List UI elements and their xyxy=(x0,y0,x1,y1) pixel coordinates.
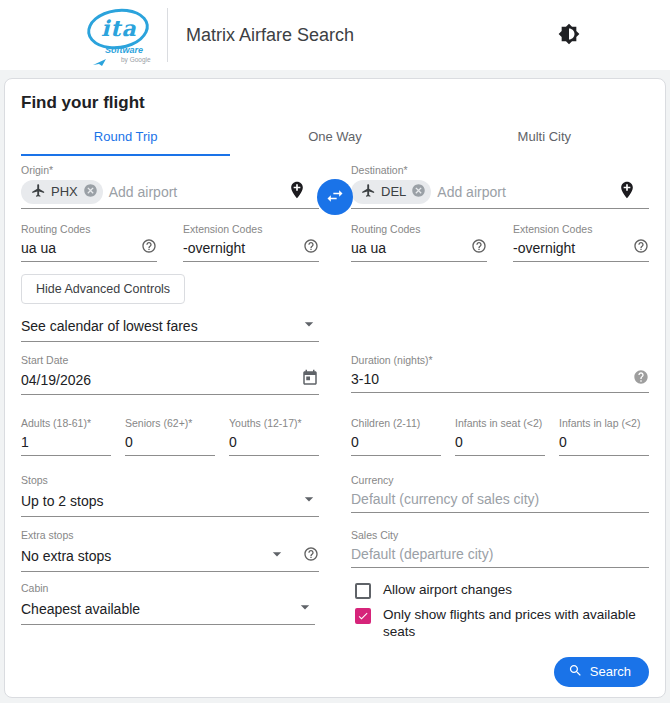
outbound-extension-help-button[interactable] xyxy=(303,238,319,257)
outbound-extension-codes-value: -overnight xyxy=(183,240,245,256)
outbound-routing-help-button[interactable] xyxy=(141,238,157,257)
header-divider xyxy=(167,8,168,62)
tab-one-way[interactable]: One Way xyxy=(230,121,439,156)
allow-airport-changes-option[interactable]: Allow airport changes xyxy=(355,582,649,599)
checkbox-unchecked-icon[interactable] xyxy=(355,583,371,599)
search-button[interactable]: Search xyxy=(554,657,649,687)
theme-toggle-button[interactable] xyxy=(553,19,585,51)
youths-input[interactable]: 0 xyxy=(229,432,319,456)
return-extension-codes-input[interactable]: -overnight xyxy=(513,238,649,262)
origin-nearby-airports-button[interactable] xyxy=(287,180,307,203)
seniors-input[interactable]: 0 xyxy=(125,432,215,456)
calendar-of-lowest-fares-select[interactable]: See calendar of lowest fares xyxy=(21,314,319,342)
brightness-medium-icon xyxy=(558,23,580,48)
extra-stops-select[interactable]: No extra stops xyxy=(21,544,319,572)
outbound-routing-codes-value: ua ua xyxy=(21,240,56,256)
outbound-routing-codes-input[interactable]: ua ua xyxy=(21,238,157,262)
extra-stops-help-button[interactable] xyxy=(303,546,319,565)
extra-stops-value: No extra stops xyxy=(21,548,111,564)
destination-nearby-airports-button[interactable] xyxy=(617,180,637,203)
swap-airports-button[interactable] xyxy=(317,179,353,215)
destination-chip-code: DEL xyxy=(381,184,406,199)
tab-round-trip[interactable]: Round Trip xyxy=(21,121,230,156)
destination-input-line: DEL Add airport xyxy=(351,179,649,209)
logo-ita-text: ita xyxy=(101,15,137,41)
stops-select[interactable]: Up to 2 stops xyxy=(21,489,319,517)
search-icon xyxy=(568,663,583,681)
children-input[interactable]: 0 xyxy=(351,432,441,456)
currency-input[interactable]: Default (currency of sales city) xyxy=(351,489,649,513)
hide-advanced-controls-button[interactable]: Hide Advanced Controls xyxy=(21,274,185,304)
search-form-card: Find your flight Round Trip One Way Mult… xyxy=(4,78,666,698)
seniors-field: Seniors (62+)* 0 xyxy=(125,417,215,456)
airports-row: Origin* PHX Add airport xyxy=(21,164,649,209)
duration-help-button[interactable] xyxy=(633,369,649,388)
outbound-routing-codes-label: Routing Codes xyxy=(21,223,157,235)
youths-field: Youths (12-17)* 0 xyxy=(229,417,319,456)
outbound-routing-codes-field: Routing Codes ua ua xyxy=(21,223,157,262)
return-extension-help-button[interactable] xyxy=(633,238,649,257)
help-outline-icon xyxy=(303,238,319,257)
flight-icon xyxy=(361,183,376,201)
infants-in-lap-label: Infants in lap (<2) xyxy=(559,417,649,429)
return-routing-codes-label: Routing Codes xyxy=(351,223,487,235)
help-outline-icon xyxy=(303,546,319,565)
destination-field: Destination* DEL Add airport xyxy=(351,164,649,209)
youths-label: Youths (12-17)* xyxy=(229,417,319,429)
start-date-input[interactable]: 04/19/2026 xyxy=(21,369,319,395)
outbound-extension-codes-field: Extension Codes -overnight xyxy=(183,223,319,262)
dropdown-arrow-icon xyxy=(299,489,319,512)
logo-by-google-text: by Google xyxy=(121,56,151,63)
sales-city-input[interactable]: Default (departure city) xyxy=(351,544,649,568)
dates-row: Start Date 04/19/2026 Duration (nights)*… xyxy=(21,354,649,395)
origin-input-line: PHX Add airport xyxy=(21,179,319,209)
dropdown-arrow-icon xyxy=(299,314,319,337)
flight-icon xyxy=(31,183,46,201)
allow-airport-changes-label: Allow airport changes xyxy=(383,582,512,599)
return-routing-codes-input[interactable]: ua ua xyxy=(351,238,487,262)
cabin-field: Cabin Cheapest available xyxy=(21,582,315,649)
origin-add-airport-input[interactable]: Add airport xyxy=(109,184,177,200)
outbound-extension-codes-input[interactable]: -overnight xyxy=(183,238,319,262)
children-field: Children (2-11) 0 xyxy=(351,417,441,456)
passengers-row: Adults (18-61)* 1 Seniors (62+)* 0 Youth… xyxy=(21,417,649,456)
duration-field: Duration (nights)* 3-10 xyxy=(351,354,649,395)
advanced-controls-row: Hide Advanced Controls xyxy=(21,274,649,304)
available-seats-option[interactable]: Only show flights and prices with availa… xyxy=(355,607,649,641)
start-date-field: Start Date 04/19/2026 xyxy=(21,354,319,395)
checkbox-checked-icon[interactable] xyxy=(355,608,371,624)
destination-label: Destination* xyxy=(351,164,649,176)
youths-value: 0 xyxy=(229,434,237,450)
stops-label: Stops xyxy=(21,474,319,486)
search-button-label: Search xyxy=(590,664,631,679)
infants-in-lap-value: 0 xyxy=(559,434,567,450)
adults-label: Adults (18-61)* xyxy=(21,417,111,429)
duration-input[interactable]: 3-10 xyxy=(351,369,649,393)
tab-multi-city[interactable]: Multi City xyxy=(440,121,649,156)
open-calendar-button[interactable] xyxy=(301,369,319,390)
infants-in-seat-field: Infants in seat (<2) 0 xyxy=(455,417,545,456)
calendar-select-value: See calendar of lowest fares xyxy=(21,318,198,334)
children-value: 0 xyxy=(351,434,359,450)
adults-input[interactable]: 1 xyxy=(21,432,111,456)
adults-field: Adults (18-61)* 1 xyxy=(21,417,111,456)
infants-in-seat-input[interactable]: 0 xyxy=(455,432,545,456)
start-date-label: Start Date xyxy=(21,354,319,366)
stops-value: Up to 2 stops xyxy=(21,493,104,509)
remove-destination-chip-button[interactable] xyxy=(411,183,426,201)
help-outline-icon xyxy=(471,238,487,257)
cabin-select[interactable]: Cheapest available xyxy=(21,597,315,625)
trip-type-tabs: Round Trip One Way Multi City xyxy=(21,121,649,156)
currency-placeholder: Default (currency of sales city) xyxy=(351,491,539,507)
destination-airport-chip[interactable]: DEL xyxy=(351,180,431,204)
cabin-label: Cabin xyxy=(21,582,315,594)
destination-add-airport-input[interactable]: Add airport xyxy=(437,184,505,200)
return-routing-help-button[interactable] xyxy=(471,238,487,257)
app-header: ita Software by Google Matrix Airfare Se… xyxy=(0,0,670,70)
remove-origin-chip-button[interactable] xyxy=(83,183,98,201)
adults-value: 1 xyxy=(21,434,29,450)
help-outline-icon xyxy=(633,238,649,257)
origin-airport-chip[interactable]: PHX xyxy=(21,180,103,204)
infants-in-lap-input[interactable]: 0 xyxy=(559,432,649,456)
cabin-options-row: Cabin Cheapest available Allow airport c… xyxy=(21,582,649,649)
